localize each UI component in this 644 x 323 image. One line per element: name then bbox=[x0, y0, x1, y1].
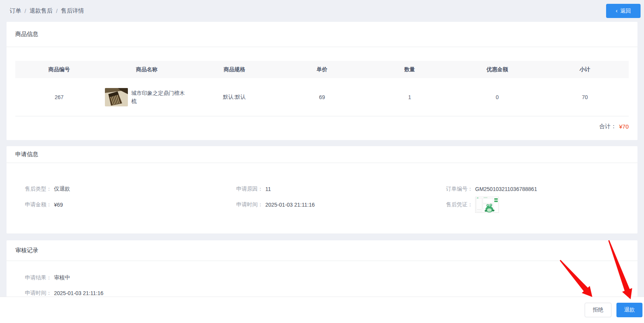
after-sale-detail-page: 订单 / 退款售后 / 售后详情 ‹ 返回 商品信息 商品编号 商品名称 商品规… bbox=[0, 0, 644, 323]
col-quantity: 数量 bbox=[366, 66, 453, 73]
field-label: 售后类型： bbox=[25, 186, 52, 192]
application-info-title: 申请信息 bbox=[7, 146, 637, 163]
cell-quantity: 1 bbox=[366, 94, 453, 100]
field-label: 申请原因： bbox=[236, 186, 263, 192]
breadcrumb-separator: / bbox=[25, 8, 26, 14]
field-value: GM250103211036788861 bbox=[475, 186, 537, 192]
field-label: 申请金额： bbox=[25, 201, 52, 208]
total-value: ¥70 bbox=[619, 123, 629, 130]
product-name-text: 城市印象之定鼎门檀木梳 bbox=[131, 89, 189, 105]
field-value: ¥69 bbox=[54, 202, 63, 208]
application-info-card: 申请信息 售后类型： 仅退款 申请原因： 11 订单编号： GM25010321… bbox=[7, 146, 637, 233]
table-row: 267 bbox=[15, 78, 629, 116]
apply-reason-field: 申请原因： 11 bbox=[236, 186, 446, 192]
back-button[interactable]: ‹ 返回 bbox=[606, 4, 641, 18]
aftersale-voucher-field: 售后凭证： bbox=[446, 197, 637, 213]
aftersale-type-field: 售后类型： 仅退款 bbox=[25, 186, 236, 192]
field-value: 11 bbox=[265, 186, 271, 192]
apply-result-field: 申请结果： 审核中 bbox=[25, 274, 236, 281]
action-footer: 拒绝 退款 bbox=[0, 297, 644, 323]
breadcrumb-orders[interactable]: 订单 bbox=[10, 7, 21, 15]
refund-button[interactable]: 退款 bbox=[616, 303, 642, 317]
application-info-body: 售后类型： 仅退款 申请原因： 11 订单编号： GM2501032110367… bbox=[7, 163, 637, 213]
topbar: 订单 / 退款售后 / 售后详情 ‹ 返回 bbox=[0, 0, 644, 22]
cell-product-id: 267 bbox=[15, 94, 103, 100]
field-label: 申请时间： bbox=[236, 201, 263, 208]
product-info-title: 商品信息 bbox=[7, 22, 637, 47]
cell-unit-price: 69 bbox=[278, 94, 366, 100]
voucher-thumbnail[interactable] bbox=[475, 197, 499, 213]
breadcrumb-separator: / bbox=[56, 8, 57, 14]
product-table-header: 商品编号 商品名称 商品规格 单价 数量 优惠金额 小计 bbox=[15, 61, 629, 78]
field-label: 申请结果： bbox=[25, 274, 52, 281]
product-table: 商品编号 商品名称 商品规格 单价 数量 优惠金额 小计 267 bbox=[7, 61, 637, 116]
field-value: 仅退款 bbox=[54, 186, 70, 192]
field-value: 审核中 bbox=[54, 274, 70, 281]
cell-product-spec: 默认:默认 bbox=[191, 94, 278, 101]
review-apply-time-field: 申请时间： 2025-01-03 21:11:16 bbox=[25, 290, 236, 297]
col-product-id: 商品编号 bbox=[15, 66, 103, 73]
apply-amount-field: 申请金额： ¥69 bbox=[25, 201, 236, 208]
total-label: 合计： bbox=[599, 123, 616, 130]
application-row-2: 申请金额： ¥69 申请时间： 2025-01-03 21:11:16 售后凭证… bbox=[7, 197, 637, 213]
field-label: 售后凭证： bbox=[446, 201, 473, 208]
reject-button[interactable]: 拒绝 bbox=[585, 303, 611, 317]
field-label: 申请时间： bbox=[25, 290, 52, 297]
review-row-1: 申请结果： 审核中 bbox=[7, 270, 637, 285]
chevron-left-icon: ‹ bbox=[616, 8, 618, 13]
cell-discount: 0 bbox=[453, 94, 541, 100]
product-info-card: 商品信息 商品编号 商品名称 商品规格 单价 数量 优惠金额 小计 267 bbox=[7, 22, 637, 140]
field-label: 订单编号： bbox=[446, 186, 473, 192]
review-record-title: 审核记录 bbox=[7, 240, 637, 261]
col-discount: 优惠金额 bbox=[453, 66, 541, 73]
order-number-field: 订单编号： GM250103211036788861 bbox=[446, 186, 637, 192]
breadcrumb: 订单 / 退款售后 / 售后详情 bbox=[10, 7, 84, 15]
apply-time-field: 申请时间： 2025-01-03 21:11:16 bbox=[236, 201, 446, 208]
breadcrumb-refund-aftersale[interactable]: 退款售后 bbox=[29, 7, 52, 15]
col-unit-price: 单价 bbox=[278, 66, 366, 73]
cell-subtotal: 70 bbox=[541, 94, 629, 100]
back-button-label: 返回 bbox=[620, 8, 631, 15]
application-row-1: 售后类型： 仅退款 申请原因： 11 订单编号： GM2501032110367… bbox=[7, 181, 637, 197]
cell-product-name: 城市印象之定鼎门檀木梳 bbox=[103, 88, 191, 106]
col-product-name: 商品名称 bbox=[103, 66, 191, 73]
field-value: 2025-01-03 21:11:16 bbox=[54, 290, 103, 296]
col-subtotal: 小计 bbox=[541, 66, 629, 73]
order-total: 合计： ¥70 bbox=[7, 116, 637, 136]
review-record-body: 申请结果： 审核中 申请时间： 2025-01-03 21:11:16 bbox=[7, 261, 637, 301]
product-image bbox=[105, 88, 128, 106]
field-value: 2025-01-03 21:11:16 bbox=[265, 202, 315, 208]
col-product-spec: 商品规格 bbox=[191, 66, 278, 73]
breadcrumb-current: 售后详情 bbox=[61, 7, 84, 15]
